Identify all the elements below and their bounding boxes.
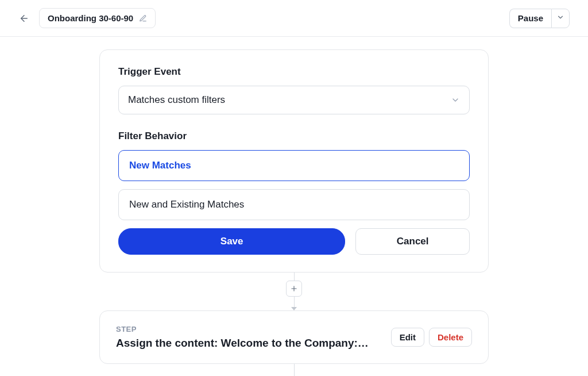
- connector: [286, 273, 302, 310]
- connector-line: [294, 364, 295, 376]
- save-button[interactable]: Save: [118, 228, 345, 255]
- edit-step-button[interactable]: Edit: [391, 328, 424, 347]
- delete-step-button[interactable]: Delete: [429, 328, 472, 347]
- filter-option-label: New and Existing Matches: [129, 199, 244, 210]
- top-bar-right: Pause: [509, 9, 570, 28]
- trigger-event-select[interactable]: Matches custom filters: [118, 86, 470, 114]
- plus-icon: [290, 285, 298, 293]
- trigger-action-row: Save Cancel: [118, 228, 470, 255]
- pause-button-group: Pause: [509, 9, 570, 28]
- step-card: STEP Assign the content: Welcome to the …: [99, 310, 489, 364]
- trigger-event-value: Matches custom filters: [128, 94, 225, 106]
- filter-behavior-label: Filter Behavior: [118, 131, 470, 142]
- pause-button[interactable]: Pause: [509, 9, 551, 28]
- connector-line: [294, 297, 295, 308]
- workflow-title-chip[interactable]: Onboarding 30-60-90: [39, 8, 156, 28]
- workflow-title-text: Onboarding 30-60-90: [48, 13, 133, 23]
- cancel-button[interactable]: Cancel: [355, 228, 470, 255]
- step-title: Assign the content: Welcome to the Compa…: [116, 337, 382, 350]
- trigger-config-card: Trigger Event Matches custom filters Fil…: [99, 49, 489, 273]
- step-card-text: STEP Assign the content: Welcome to the …: [116, 325, 382, 350]
- pencil-icon: [139, 14, 147, 22]
- filter-option-label: New Matches: [129, 160, 191, 171]
- pause-dropdown-button[interactable]: [551, 9, 570, 28]
- trigger-event-label: Trigger Event: [118, 66, 470, 78]
- chevron-down-icon: [451, 95, 460, 105]
- filter-option-new-matches[interactable]: New Matches: [118, 150, 470, 181]
- back-arrow-icon[interactable]: [18, 13, 30, 24]
- connector-line: [294, 273, 295, 281]
- chevron-down-icon: [556, 13, 564, 21]
- top-bar-left: Onboarding 30-60-90: [18, 8, 156, 28]
- step-actions: Edit Delete: [391, 328, 472, 347]
- step-kicker: STEP: [116, 325, 382, 333]
- add-step-button[interactable]: [286, 281, 302, 297]
- top-bar: Onboarding 30-60-90 Pause: [0, 0, 588, 37]
- workflow-canvas: Trigger Event Matches custom filters Fil…: [0, 37, 588, 376]
- filter-option-new-and-existing[interactable]: New and Existing Matches: [118, 189, 470, 220]
